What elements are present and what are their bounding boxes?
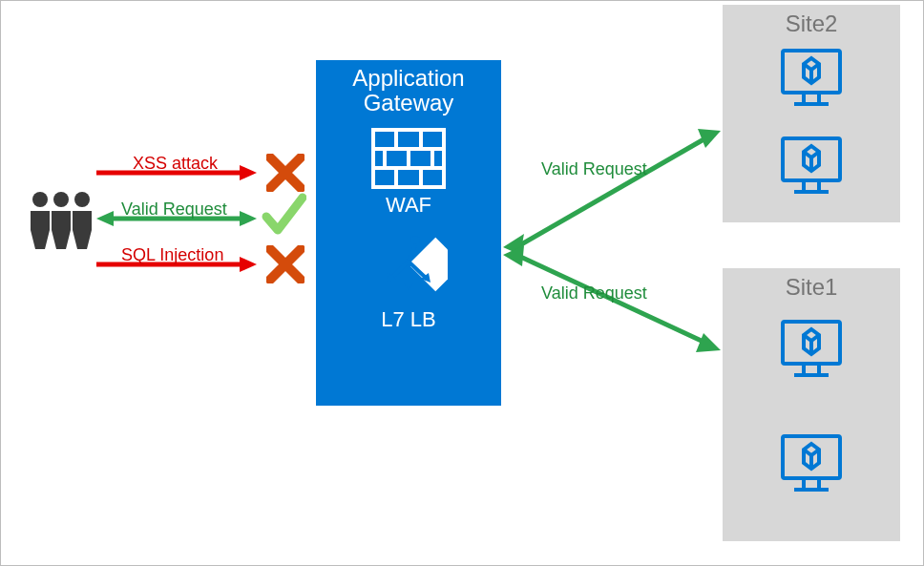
label-valid-in: Valid Request — [121, 199, 227, 220]
svg-marker-34 — [503, 245, 524, 266]
gateway-title: Application Gateway — [316, 60, 501, 118]
valid-allowed-icon — [261, 192, 306, 238]
svg-point-0 — [32, 192, 48, 207]
arrow-to-site2 — [501, 125, 723, 278]
gateway-title-line2: Gateway — [364, 90, 454, 115]
svg-marker-30 — [698, 129, 721, 148]
site1-vm2-icon — [777, 430, 846, 499]
svg-marker-9 — [240, 257, 257, 272]
svg-marker-31 — [503, 234, 524, 255]
firewall-icon — [371, 128, 446, 189]
application-gateway: Application Gateway WAF — [316, 60, 501, 406]
svg-marker-5 — [96, 211, 114, 226]
svg-line-29 — [516, 138, 705, 247]
lb-label: L7 LB — [316, 307, 501, 332]
site2-vm2-icon — [777, 133, 846, 201]
load-balancer-icon — [369, 225, 448, 304]
site1-label: Site1 — [723, 268, 900, 303]
svg-marker-33 — [696, 333, 721, 352]
gateway-title-line1: Application — [352, 65, 464, 91]
svg-point-1 — [53, 192, 69, 207]
site2-label: Site2 — [723, 5, 900, 39]
site1-box: Site1 — [723, 268, 900, 541]
waf-label: WAF — [316, 193, 501, 218]
svg-line-24 — [390, 262, 409, 279]
svg-marker-7 — [240, 211, 257, 226]
label-to-site1: Valid Request — [541, 283, 647, 304]
site2-box: Site2 — [723, 5, 900, 222]
label-to-site2: Valid Request — [541, 159, 647, 179]
xss-blocked-icon — [266, 154, 304, 192]
label-xss: XSS attack — [133, 154, 218, 174]
svg-marker-26 — [404, 283, 413, 290]
svg-point-2 — [74, 192, 90, 207]
site2-vm1-icon — [777, 45, 846, 114]
diagram-canvas: XSS attack Valid Request SQL Injection A… — [0, 0, 924, 566]
svg-marker-4 — [240, 165, 257, 180]
users-icon — [28, 188, 94, 249]
label-sql: SQL Injection — [121, 245, 223, 265]
site1-vm1-icon — [777, 316, 846, 385]
sql-blocked-icon — [266, 245, 304, 283]
